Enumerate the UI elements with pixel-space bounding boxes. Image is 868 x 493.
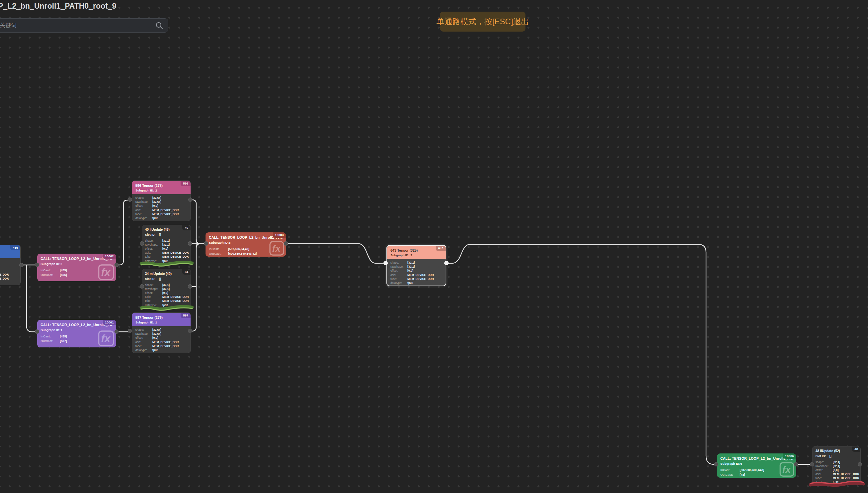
field-value: [32,1] [162, 243, 170, 246]
node-id-badge: 10006 [783, 453, 796, 459]
edge-junction-bottom [196, 244, 201, 248]
outcast-label: OutCast: [720, 473, 740, 476]
field-value: [32,1] [162, 283, 170, 286]
field-value: MEM_DEVICE_DDR [162, 251, 189, 254]
node-update-40[interactable]: 40 40 liUpdate (46) Slot ID:[] shape:[32… [142, 225, 191, 264]
incast-value: [455] [60, 269, 67, 272]
node-id-badge: 10002 [103, 254, 116, 259]
field-value: fp32 [162, 303, 168, 307]
node-id-badge: 455 [10, 245, 20, 250]
fx-icon: fx [98, 264, 114, 280]
field-label: datatype: [135, 348, 152, 352]
node-body: shape:[32,1] rawshape:[32,1] offset:[0,0… [145, 239, 188, 263]
graph-title: P_L2_bn_Unroll1_PATH0_root_9 [0, 2, 117, 10]
field-label: datatype: [816, 481, 833, 484]
outcast-value: [600,639,640,643,42] [228, 252, 257, 255]
field-label: shape: [135, 196, 152, 199]
field-value: [0,0] [407, 269, 413, 272]
search-input[interactable] [0, 22, 155, 29]
incast-label: InCast: [720, 468, 740, 472]
outcast-value: [596] [60, 273, 67, 277]
node-update-48[interactable]: 48 48 liUpdate (52) Slot ID:[] shape:[32… [812, 446, 861, 485]
node-body: shape:[32,1] rawshape:[32,1] offset:[0,0… [816, 460, 858, 484]
port-34-out [188, 284, 192, 288]
incast-label: InCast: [41, 269, 60, 272]
fx-icon: fx [269, 241, 284, 256]
field-label: shape: [816, 460, 833, 464]
field-label: tobe: [390, 277, 407, 281]
node-body: shape:[32,64] rawshape:[32,64] offset:[0… [132, 194, 191, 220]
field-value: [32,64] [152, 196, 161, 199]
field-value: MEM_DEVICE_DDR [0, 273, 9, 276]
node-title: CALL: TENSOR_LOOP_L2_bn_Unroll1_PATH0_le… [209, 235, 283, 239]
node-tensor-596[interactable]: 596 596 Tensor (278) Subgraph ID:2 shape… [132, 180, 191, 221]
node-body: shape:[32,1] rawshape:[32,1] offset:[0,0… [145, 283, 188, 307]
node-call-10002[interactable]: 10002 CALL: TENSOR_LOOP_L2_bn_Unroll1_PA… [37, 254, 116, 281]
subgraph-value: 3 [410, 254, 412, 257]
port-10003-in [204, 241, 208, 246]
field-value: [0,0] [152, 204, 158, 208]
port-10002-in [35, 263, 39, 267]
field-value: [32,1] [162, 287, 170, 291]
field-label: shape: [135, 328, 152, 331]
search-icon[interactable] [155, 22, 163, 29]
field-label: tobe: [816, 476, 833, 480]
subgraph-label: Subgraph ID: [720, 462, 740, 466]
field-value: MEM_DEVICE_DDR [152, 209, 178, 212]
subgraph-label: Subgraph ID: [135, 321, 155, 324]
field-value: fp32 [152, 216, 158, 220]
node-tensor-455[interactable]: 455 asis:MEM_DEVICE_DDR tobe:MEM_DEVICE_… [0, 245, 21, 285]
field-value: [32,1] [833, 465, 840, 468]
field-value: [32,1] [407, 261, 415, 264]
node-header: 596 596 Tensor (278) Subgraph ID:2 [132, 181, 191, 194]
field-value: MEM_DEVICE_DDR [162, 255, 189, 258]
field-label: offset: [816, 468, 833, 472]
node-call-10001[interactable]: 10001 CALL: TENSOR_LOOP_L2_bn_Unroll1_PA… [37, 320, 116, 347]
node-id-badge: 10003 [273, 232, 286, 238]
field-value: [0,0] [833, 468, 839, 472]
field-label: offset: [145, 247, 162, 250]
field-asis: asis:MEM_DEVICE_DDR [0, 273, 17, 277]
subgraph-label: Subgraph ID: [390, 254, 410, 257]
edge-643-to-10006 [447, 244, 715, 465]
field-label: rawshape: [145, 287, 162, 291]
slot-label: Slot ID: [816, 454, 829, 458]
single-path-mode-banner: 单通路模式，按[ESC]退出 [440, 12, 526, 31]
field-value: MEM_DEVICE_DDR [152, 340, 178, 344]
subgraph-value: 1 [61, 328, 62, 332]
node-title: 34 miUpdate (40) [145, 272, 188, 276]
port-40-in [140, 241, 144, 246]
svg-text:fx: fx [101, 266, 111, 278]
field-label: rawshape: [390, 265, 407, 268]
port-10002-out [114, 263, 119, 267]
node-call-10006[interactable]: 10006 CALL: TENSOR_LOOP_L2_bn_Unroll1_PA… [717, 453, 796, 478]
field-value: [0,0] [152, 336, 158, 339]
node-tensor-643[interactable]: 643 643 Tensor (325) Subgraph ID:3 shape… [386, 245, 446, 286]
field-tobe: tobe:MEM_DEVICE_DDR [0, 277, 17, 281]
incast-label: InCast: [209, 247, 228, 251]
node-title: CALL: TENSOR_LOOP_L2_bn_Unroll1_PATH0_le… [41, 323, 113, 327]
field-label: rawshape: [145, 243, 162, 246]
node-id-badge: 40 [182, 225, 191, 230]
node-tensor-597[interactable]: 597 597 Tensor (279) Subgraph ID:1 shape… [132, 313, 191, 353]
outcast-label: OutCast: [209, 252, 228, 255]
field-value: [32,64] [152, 328, 161, 331]
field-value: MEM_DEVICE_DDR [152, 344, 178, 348]
edge-bus-596-597 [191, 200, 196, 331]
field-label: rawshape: [135, 200, 152, 203]
outcast-label: OutCast: [41, 339, 60, 343]
field-label: datatype: [145, 303, 162, 307]
field-value: [0,0] [162, 291, 168, 295]
field-value: MEM_DEVICE_DDR [0, 277, 9, 280]
field-label: rawshape: [816, 465, 833, 468]
port-10006-out [794, 462, 798, 466]
field-label: offset: [135, 204, 152, 208]
node-call-10003[interactable]: 10003 CALL: TENSOR_LOOP_L2_bn_Unroll1_PA… [206, 232, 286, 257]
port-597-out [188, 329, 192, 333]
subgraph-value: 1 [155, 321, 157, 324]
node-update-34[interactable]: 34 34 miUpdate (40) Slot ID:[] shape:[32… [142, 269, 191, 308]
node-id-badge: 596 [181, 181, 191, 186]
field-label: datatype: [135, 216, 152, 220]
field-value: MEM_DEVICE_DDR [833, 472, 859, 476]
field-value: MEM_DEVICE_DDR [833, 476, 859, 480]
